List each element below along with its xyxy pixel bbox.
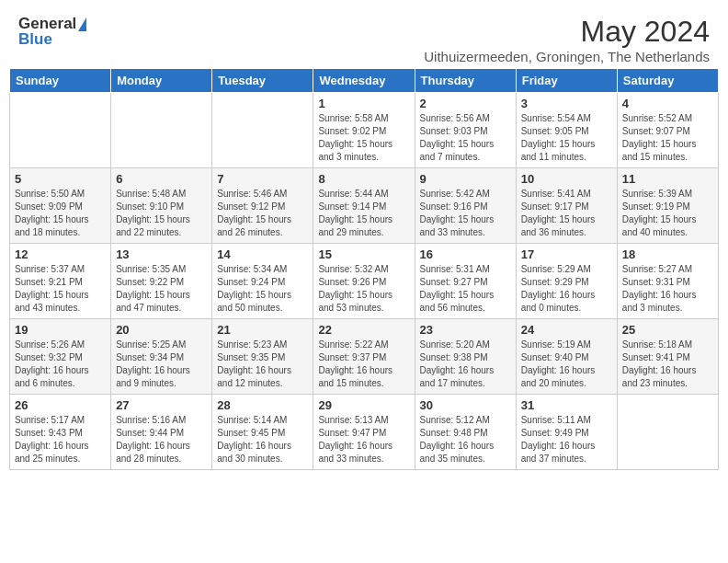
day-number: 23 bbox=[420, 323, 511, 337]
calendar-header-row: SundayMondayTuesdayWednesdayThursdayFrid… bbox=[10, 69, 719, 93]
calendar-cell: 6Sunrise: 5:48 AM Sunset: 9:10 PM Daylig… bbox=[111, 168, 212, 244]
month-title: May 2024 bbox=[424, 15, 710, 49]
calendar-cell: 22Sunrise: 5:22 AM Sunset: 9:37 PM Dayli… bbox=[313, 319, 415, 395]
location-subtitle: Uithuizermeeden, Groningen, The Netherla… bbox=[424, 49, 710, 64]
day-number: 31 bbox=[521, 398, 612, 412]
day-info: Sunrise: 5:16 AM Sunset: 9:44 PM Dayligh… bbox=[116, 414, 207, 465]
calendar-cell: 29Sunrise: 5:13 AM Sunset: 9:47 PM Dayli… bbox=[313, 395, 415, 470]
logo-blue: Blue bbox=[18, 30, 52, 49]
day-info: Sunrise: 5:39 AM Sunset: 9:19 PM Dayligh… bbox=[622, 188, 713, 239]
calendar-cell bbox=[617, 395, 718, 470]
day-number: 11 bbox=[622, 172, 713, 186]
calendar-cell: 28Sunrise: 5:14 AM Sunset: 9:45 PM Dayli… bbox=[212, 395, 313, 470]
calendar-table: SundayMondayTuesdayWednesdayThursdayFrid… bbox=[9, 68, 719, 470]
calendar-cell bbox=[10, 93, 111, 168]
calendar-cell: 9Sunrise: 5:42 AM Sunset: 9:16 PM Daylig… bbox=[415, 168, 516, 244]
logo-triangle-icon bbox=[78, 17, 86, 31]
day-info: Sunrise: 5:35 AM Sunset: 9:22 PM Dayligh… bbox=[116, 263, 207, 315]
day-number: 30 bbox=[420, 398, 511, 412]
day-info: Sunrise: 5:11 AM Sunset: 9:49 PM Dayligh… bbox=[521, 414, 612, 465]
day-info: Sunrise: 5:14 AM Sunset: 9:45 PM Dayligh… bbox=[217, 414, 308, 465]
day-info: Sunrise: 5:46 AM Sunset: 9:12 PM Dayligh… bbox=[217, 188, 308, 239]
day-number: 1 bbox=[318, 97, 409, 110]
day-info: Sunrise: 5:12 AM Sunset: 9:48 PM Dayligh… bbox=[420, 414, 511, 465]
day-header-monday: Monday bbox=[111, 69, 212, 93]
calendar-cell bbox=[212, 93, 313, 168]
day-number: 14 bbox=[217, 247, 308, 261]
day-header-thursday: Thursday bbox=[415, 69, 516, 93]
day-number: 24 bbox=[521, 323, 612, 337]
calendar-week-row: 26Sunrise: 5:17 AM Sunset: 9:43 PM Dayli… bbox=[10, 395, 719, 470]
calendar-cell: 8Sunrise: 5:44 AM Sunset: 9:14 PM Daylig… bbox=[313, 168, 415, 244]
calendar-cell: 31Sunrise: 5:11 AM Sunset: 9:49 PM Dayli… bbox=[516, 395, 617, 470]
day-number: 18 bbox=[622, 247, 713, 261]
day-number: 20 bbox=[116, 323, 207, 337]
day-info: Sunrise: 5:20 AM Sunset: 9:38 PM Dayligh… bbox=[420, 339, 511, 390]
day-info: Sunrise: 5:23 AM Sunset: 9:35 PM Dayligh… bbox=[217, 339, 308, 390]
title-block: May 2024 Uithuizermeeden, Groningen, The… bbox=[424, 15, 710, 64]
day-info: Sunrise: 5:18 AM Sunset: 9:41 PM Dayligh… bbox=[622, 339, 713, 390]
calendar-cell: 7Sunrise: 5:46 AM Sunset: 9:12 PM Daylig… bbox=[212, 168, 313, 244]
day-info: Sunrise: 5:52 AM Sunset: 9:07 PM Dayligh… bbox=[622, 112, 713, 164]
day-info: Sunrise: 5:27 AM Sunset: 9:31 PM Dayligh… bbox=[622, 263, 713, 315]
day-header-tuesday: Tuesday bbox=[212, 69, 313, 93]
day-number: 22 bbox=[318, 323, 409, 337]
calendar-cell: 13Sunrise: 5:35 AM Sunset: 9:22 PM Dayli… bbox=[111, 244, 212, 319]
day-number: 8 bbox=[318, 172, 409, 186]
calendar-cell: 27Sunrise: 5:16 AM Sunset: 9:44 PM Dayli… bbox=[111, 395, 212, 470]
day-number: 28 bbox=[217, 398, 308, 412]
day-number: 6 bbox=[116, 172, 207, 186]
day-number: 5 bbox=[15, 172, 106, 186]
day-info: Sunrise: 5:31 AM Sunset: 9:27 PM Dayligh… bbox=[420, 263, 511, 315]
calendar-cell: 1Sunrise: 5:58 AM Sunset: 9:02 PM Daylig… bbox=[313, 93, 415, 168]
calendar-cell: 20Sunrise: 5:25 AM Sunset: 9:34 PM Dayli… bbox=[111, 319, 212, 395]
day-number: 2 bbox=[420, 97, 511, 110]
day-number: 4 bbox=[622, 97, 713, 110]
day-number: 16 bbox=[420, 247, 511, 261]
calendar-cell: 18Sunrise: 5:27 AM Sunset: 9:31 PM Dayli… bbox=[617, 244, 718, 319]
day-info: Sunrise: 5:54 AM Sunset: 9:05 PM Dayligh… bbox=[521, 112, 612, 164]
calendar-cell: 21Sunrise: 5:23 AM Sunset: 9:35 PM Dayli… bbox=[212, 319, 313, 395]
day-number: 27 bbox=[116, 398, 207, 412]
calendar-cell: 15Sunrise: 5:32 AM Sunset: 9:26 PM Dayli… bbox=[313, 244, 415, 319]
day-number: 21 bbox=[217, 323, 308, 337]
day-number: 19 bbox=[15, 323, 106, 337]
day-number: 25 bbox=[622, 323, 713, 337]
calendar-week-row: 1Sunrise: 5:58 AM Sunset: 9:02 PM Daylig… bbox=[10, 93, 719, 168]
day-header-saturday: Saturday bbox=[617, 69, 718, 93]
calendar-cell: 26Sunrise: 5:17 AM Sunset: 9:43 PM Dayli… bbox=[10, 395, 111, 470]
calendar-cell: 4Sunrise: 5:52 AM Sunset: 9:07 PM Daylig… bbox=[617, 93, 718, 168]
day-info: Sunrise: 5:50 AM Sunset: 9:09 PM Dayligh… bbox=[15, 188, 106, 239]
logo: General Blue bbox=[18, 15, 86, 49]
day-header-wednesday: Wednesday bbox=[313, 69, 415, 93]
calendar-week-row: 5Sunrise: 5:50 AM Sunset: 9:09 PM Daylig… bbox=[10, 168, 719, 244]
day-info: Sunrise: 5:41 AM Sunset: 9:17 PM Dayligh… bbox=[521, 188, 612, 239]
calendar-cell: 24Sunrise: 5:19 AM Sunset: 9:40 PM Dayli… bbox=[516, 319, 617, 395]
calendar-cell: 2Sunrise: 5:56 AM Sunset: 9:03 PM Daylig… bbox=[415, 93, 516, 168]
day-number: 10 bbox=[521, 172, 612, 186]
calendar-cell: 14Sunrise: 5:34 AM Sunset: 9:24 PM Dayli… bbox=[212, 244, 313, 319]
day-number: 26 bbox=[15, 398, 106, 412]
day-info: Sunrise: 5:58 AM Sunset: 9:02 PM Dayligh… bbox=[318, 112, 409, 164]
day-header-friday: Friday bbox=[516, 69, 617, 93]
calendar-cell: 16Sunrise: 5:31 AM Sunset: 9:27 PM Dayli… bbox=[415, 244, 516, 319]
day-info: Sunrise: 5:26 AM Sunset: 9:32 PM Dayligh… bbox=[15, 339, 106, 390]
day-number: 9 bbox=[420, 172, 511, 186]
day-number: 29 bbox=[318, 398, 409, 412]
calendar-cell: 19Sunrise: 5:26 AM Sunset: 9:32 PM Dayli… bbox=[10, 319, 111, 395]
day-number: 12 bbox=[15, 247, 106, 261]
day-number: 13 bbox=[116, 247, 207, 261]
day-number: 7 bbox=[217, 172, 308, 186]
calendar-cell: 3Sunrise: 5:54 AM Sunset: 9:05 PM Daylig… bbox=[516, 93, 617, 168]
day-info: Sunrise: 5:17 AM Sunset: 9:43 PM Dayligh… bbox=[15, 414, 106, 465]
day-info: Sunrise: 5:37 AM Sunset: 9:21 PM Dayligh… bbox=[15, 263, 106, 315]
day-number: 15 bbox=[318, 247, 409, 261]
day-number: 17 bbox=[521, 247, 612, 261]
day-info: Sunrise: 5:22 AM Sunset: 9:37 PM Dayligh… bbox=[318, 339, 409, 390]
day-header-sunday: Sunday bbox=[10, 69, 111, 93]
calendar-week-row: 19Sunrise: 5:26 AM Sunset: 9:32 PM Dayli… bbox=[10, 319, 719, 395]
day-info: Sunrise: 5:44 AM Sunset: 9:14 PM Dayligh… bbox=[318, 188, 409, 239]
calendar-cell: 5Sunrise: 5:50 AM Sunset: 9:09 PM Daylig… bbox=[10, 168, 111, 244]
day-info: Sunrise: 5:13 AM Sunset: 9:47 PM Dayligh… bbox=[318, 414, 409, 465]
day-info: Sunrise: 5:42 AM Sunset: 9:16 PM Dayligh… bbox=[420, 188, 511, 239]
